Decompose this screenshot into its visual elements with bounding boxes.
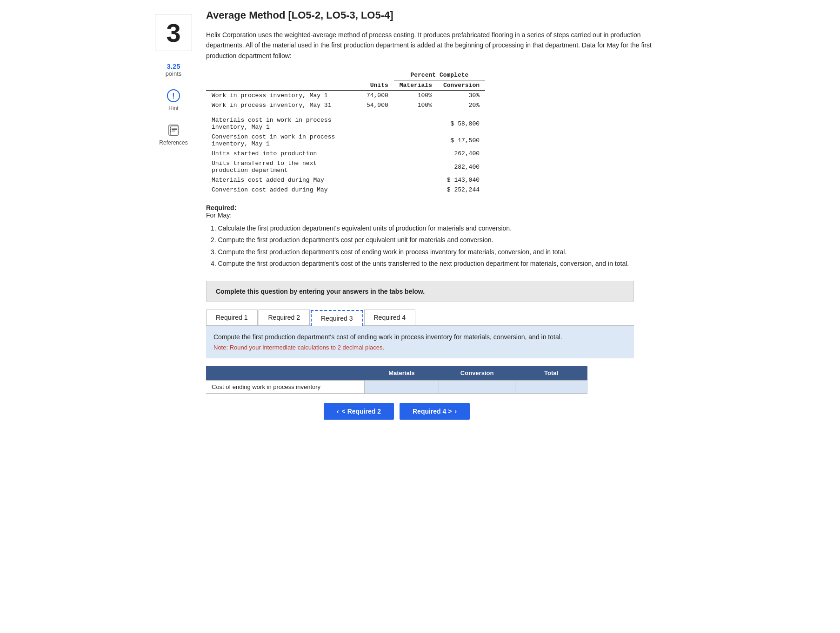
list-item: Calculate the first production departmen… [211, 223, 690, 234]
references-label: References [159, 139, 187, 146]
nav-buttons: ‹ < Required 2 Required 4 > › [206, 403, 587, 420]
answer-table: Materials Conversion Total Cost of endin… [206, 366, 587, 394]
list-item: Compute the first production department'… [211, 246, 690, 258]
answer-table-wrapper: Materials Conversion Total Cost of endin… [206, 366, 587, 394]
task-note: Note: Round your intermediate calculatio… [213, 344, 384, 351]
data-value: $ 252,244 [361, 185, 485, 195]
row-label: Work in process inventory, May 31 [206, 100, 361, 110]
next-chevron-icon: › [454, 408, 457, 415]
tab-required-2[interactable]: Required 2 [259, 310, 310, 325]
data-table: Percent Complete Units Materials Convers… [206, 70, 485, 195]
hint-icon: ! [166, 88, 181, 103]
cell-conversion: 20% [438, 100, 485, 110]
next-button[interactable]: Required 4 > › [400, 403, 470, 420]
data-value: $ 17,500 [361, 132, 485, 149]
conversion-input-cell[interactable] [439, 381, 515, 394]
row-label: Work in process inventory, May 1 [206, 91, 361, 101]
cell-units: 74,000 [361, 91, 394, 101]
data-row: Materials cost in work in process invent… [206, 110, 485, 132]
data-row: Conversion cost added during May $ 252,2… [206, 185, 485, 195]
task-text: Compute the first production department'… [213, 333, 562, 341]
tabs-row: Required 1 Required 2 Required 3 Require… [206, 310, 634, 326]
problem-number-box: 3 [155, 14, 192, 51]
col-header-conversion: Conversion [439, 366, 515, 381]
references-icon [166, 123, 181, 138]
data-row: Conversion cost in work in process inven… [206, 132, 485, 149]
prev-button[interactable]: ‹ < Required 2 [324, 403, 394, 420]
total-input-cell[interactable] [515, 381, 587, 394]
data-value: $ 58,800 [361, 110, 485, 132]
points-label: points [166, 70, 182, 77]
table-row: Cost of ending work in process inventory [206, 381, 587, 394]
sidebar: 3 3.25 points ! Hint [150, 9, 197, 420]
materials-input-cell[interactable] [364, 381, 439, 394]
svg-rect-8 [172, 129, 177, 130]
svg-text:!: ! [172, 92, 174, 100]
tab-required-4[interactable]: Required 4 [364, 310, 416, 325]
task-description: Compute the first production department'… [206, 326, 634, 358]
data-value: 282,400 [361, 158, 485, 175]
prev-label: < Required 2 [342, 408, 381, 415]
data-row: Units started into production 262,400 [206, 149, 485, 158]
complete-box-text: Complete this question by entering your … [216, 288, 425, 295]
cell-materials: 100% [394, 91, 438, 101]
data-label: Conversion cost in work in process inven… [206, 132, 361, 149]
materials-input[interactable] [365, 382, 439, 392]
points-value: 3.25 [166, 62, 182, 70]
data-label: Units started into production [206, 149, 361, 158]
prev-chevron-icon: ‹ [337, 408, 339, 415]
hint-button[interactable]: ! Hint [166, 88, 181, 112]
required-heading: Required: [206, 204, 690, 211]
row-label: Cost of ending work in process inventory [206, 381, 364, 394]
cell-materials: 100% [394, 100, 438, 110]
points-area: 3.25 points [166, 62, 182, 77]
conversion-input[interactable] [439, 382, 515, 392]
required-section: Required: For May: Calculate the first p… [206, 204, 690, 270]
hint-label: Hint [168, 105, 178, 112]
complete-box: Complete this question by entering your … [206, 281, 634, 302]
data-value: $ 143,040 [361, 175, 485, 185]
intro-text: Helix Corporation uses the weighted-aver… [206, 30, 671, 61]
list-item: Compute the first production department'… [211, 234, 690, 246]
next-label: Required 4 > [413, 408, 452, 415]
references-button[interactable]: References [159, 123, 187, 146]
required-list: Calculate the first production departmen… [206, 223, 690, 270]
page-title: Average Method [LO5-2, LO5-3, LO5-4] [206, 9, 690, 21]
data-row: Units transferred to the next production… [206, 158, 485, 175]
data-label: Materials cost in work in process invent… [206, 110, 361, 132]
data-value: 262,400 [361, 149, 485, 158]
tab-required-3[interactable]: Required 3 [311, 310, 363, 326]
col-header-total: Total [515, 366, 587, 381]
data-label: Conversion cost added during May [206, 185, 361, 195]
col-header-materials: Materials [364, 366, 439, 381]
cell-units: 54,000 [361, 100, 394, 110]
total-input[interactable] [515, 382, 587, 392]
problem-number: 3 [166, 18, 180, 48]
data-row: Materials cost added during May $ 143,04… [206, 175, 485, 185]
svg-rect-9 [172, 131, 175, 132]
tab-required-1[interactable]: Required 1 [206, 310, 258, 325]
cell-conversion: 30% [438, 91, 485, 101]
data-label: Materials cost added during May [206, 175, 361, 185]
for-may-label: For May: [206, 211, 690, 219]
table-row: Work in process inventory, May 1 74,000 … [206, 91, 485, 101]
main-content: Average Method [LO5-2, LO5-3, LO5-4] Hel… [197, 9, 690, 420]
data-label: Units transferred to the next production… [206, 158, 361, 175]
svg-rect-7 [172, 128, 177, 129]
list-item: Compute the first production department'… [211, 258, 690, 270]
table-row: Work in process inventory, May 31 54,000… [206, 100, 485, 110]
